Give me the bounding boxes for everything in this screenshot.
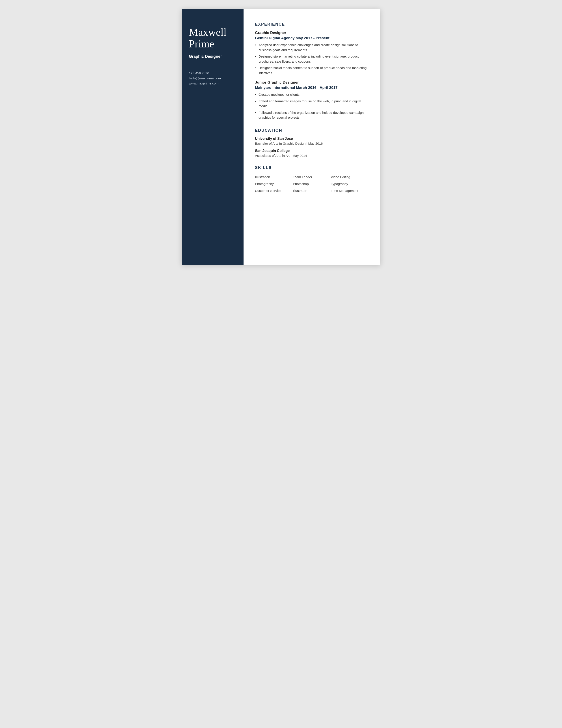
edu-1-school: University of San Jose	[255, 137, 369, 141]
sidebar: Maxwell Prime Graphic Designer 123.456.7…	[182, 9, 244, 265]
resume-document: Maxwell Prime Graphic Designer 123.456.7…	[182, 9, 380, 265]
skill-team-leader: Team Leader	[293, 174, 331, 180]
website: www.maxprime.com	[189, 81, 237, 85]
job-1-bullet-2: Designed store marketing collateral incl…	[255, 54, 369, 64]
skill-typography: Typography	[331, 181, 369, 187]
name-line2: Prime	[189, 38, 214, 50]
education-1: University of San Jose Bachelor of Arts …	[255, 137, 369, 145]
edu-1-degree: Bachelor of Arts in Graphic Design | May…	[255, 142, 369, 145]
name-line1: Maxwell	[189, 26, 227, 38]
job-2-company-date: Mainyard International March 2016 - Apri…	[255, 86, 369, 90]
skill-illustration: Illustration	[255, 174, 293, 180]
skill-photoshop: Photoshop	[293, 181, 331, 187]
job-1-company-date: Gemini Digital Agency May 2017 - Present	[255, 36, 369, 40]
edu-2-degree: Associates of Arts in Art | May 2014	[255, 154, 369, 157]
edu-2-school: San Joaquin College	[255, 149, 369, 153]
job-2-bullet-2: Edited and formatted images for use on t…	[255, 99, 369, 109]
candidate-name: Maxwell Prime	[189, 26, 237, 50]
skill-customer-service: Customer Service	[255, 188, 293, 194]
job-1-bullets: Analyzed user experience challenges and …	[255, 43, 369, 75]
job-1-title: Graphic Designer	[255, 31, 369, 35]
job-2-bullets: Created mockups for clients Edited and f…	[255, 92, 369, 120]
job-2: Junior Graphic Designer Mainyard Interna…	[255, 80, 369, 120]
contact-info: 123.456.7890 hello@maxprime.com www.maxp…	[189, 71, 237, 86]
skills-section-title: SKILLS	[255, 165, 369, 170]
skill-photography: Photography	[255, 181, 293, 187]
education-2: San Joaquin College Associates of Arts i…	[255, 149, 369, 157]
education-section-title: EDUCATION	[255, 128, 369, 133]
main-content: EXPERIENCE Graphic Designer Gemini Digit…	[244, 9, 380, 265]
job-2-bullet-3: Followed directions of the organization …	[255, 110, 369, 120]
email: hello@maxprime.com	[189, 76, 237, 80]
experience-section-title: EXPERIENCE	[255, 22, 369, 27]
skill-video-editing: Video Editing	[331, 174, 369, 180]
phone: 123.456.7890	[189, 71, 237, 75]
job-1-bullet-1: Analyzed user experience challenges and …	[255, 43, 369, 52]
skill-time-management: Time Management	[331, 188, 369, 194]
job-2-title: Junior Graphic Designer	[255, 80, 369, 85]
candidate-title: Graphic Designer	[189, 54, 237, 59]
job-1-bullet-3: Designed social media content to support…	[255, 66, 369, 75]
job-2-bullet-1: Created mockups for clients	[255, 92, 369, 97]
skills-grid: Illustration Team Leader Video Editing P…	[255, 174, 369, 194]
skill-illustrator: Illustrator	[293, 188, 331, 194]
job-1: Graphic Designer Gemini Digital Agency M…	[255, 31, 369, 75]
